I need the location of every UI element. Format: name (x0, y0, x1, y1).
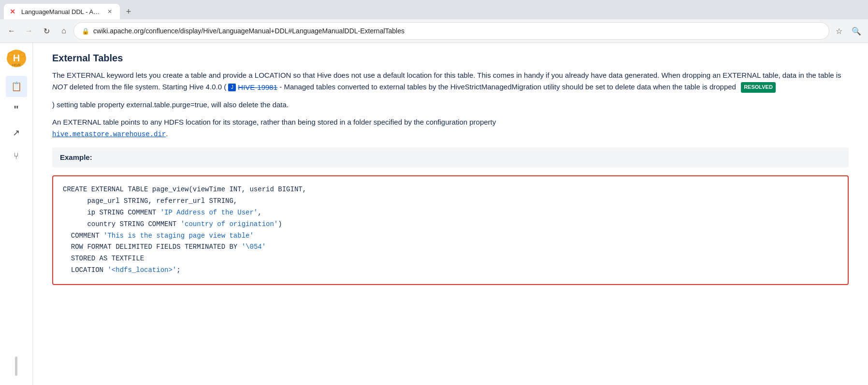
para1-start: The EXTERNAL keyword lets you create a t… (52, 71, 841, 79)
tab-bar: ✕ LanguageManual DDL - Apach ✕ + (0, 0, 868, 19)
example-label: Example: (60, 153, 92, 161)
quote-icon: " (14, 103, 18, 116)
code-line-3: ip STRING COMMENT 'IP Address of the Use… (63, 207, 838, 219)
warehouse-dir-link[interactable]: hive.metastore.warehouse.dir (52, 130, 166, 138)
nav-right-buttons: ☆ 🔍 (831, 23, 864, 39)
jira-link-container: J HIVE-19981 (228, 82, 277, 93)
paragraph-setting: ) setting table property external.table.… (52, 99, 849, 111)
para1-italic: NOT (52, 83, 68, 91)
back-button[interactable]: ← (4, 23, 19, 39)
tab-close-button[interactable]: ✕ (105, 7, 114, 16)
svg-text:HIVE: HIVE (12, 63, 21, 67)
bookmark-button[interactable]: ☆ (831, 23, 847, 39)
page-wrapper: H HIVE 📋 " ↗ ⑂ External Tables The EXTER… (0, 43, 868, 385)
hive-logo-svg: H HIVE (6, 48, 27, 69)
para2-start: An EXTERNAL table points to any HDFS loc… (52, 118, 496, 126)
code-line-2: page_url STRING, referrer_url STRING, (63, 196, 838, 207)
code-line-5: COMMENT 'This is the staging page view t… (63, 230, 838, 242)
sidebar-collapse-handle[interactable] (15, 356, 17, 376)
jira-link[interactable]: HIVE-19981 (238, 82, 277, 93)
sidebar-item-branches[interactable]: ⑂ (6, 145, 27, 167)
sidebar-item-external-link[interactable]: ↗ (6, 122, 27, 143)
external-link-icon: ↗ (13, 128, 20, 138)
nav-bar: ← → ↻ ⌂ 🔒 cwiki.apache.org/confluence/di… (0, 19, 868, 43)
code-line-1: CREATE EXTERNAL TABLE page_view(viewTime… (63, 184, 838, 196)
code-block: CREATE EXTERNAL TABLE page_view(viewTime… (52, 175, 849, 285)
forward-button[interactable]: → (21, 23, 37, 39)
example-box: Example: (52, 147, 849, 168)
code-line-7: STORED AS TEXTFILE (63, 253, 838, 265)
branches-icon: ⑂ (14, 151, 19, 161)
tab-favicon: ✕ (10, 8, 17, 15)
paragraph-hdfs: An EXTERNAL table points to any HDFS loc… (52, 116, 849, 140)
code-line-4: country STRING COMMENT 'country of origi… (63, 219, 838, 230)
sidebar-item-notes[interactable]: 📋 (6, 76, 27, 97)
home-button[interactable]: ⌂ (56, 23, 72, 39)
section-title: External Tables (52, 53, 849, 64)
sidebar-item-quote[interactable]: " (6, 99, 27, 120)
svg-point-2 (8, 52, 14, 57)
address-bar[interactable]: 🔒 cwiki.apache.org/confluence/display/Hi… (73, 22, 829, 40)
para2-end: . (166, 129, 168, 138)
code-line-8: LOCATION '<hdfs_location>'; (63, 265, 838, 276)
paragraph-external-keyword: The EXTERNAL keyword lets you create a t… (52, 70, 849, 93)
url-text: cwiki.apache.org/confluence/display/Hive… (93, 27, 821, 35)
content-area: External Tables The EXTERNAL keyword let… (33, 43, 868, 385)
para1-end: ) setting table property external.table.… (52, 100, 289, 109)
left-sidebar: H HIVE 📋 " ↗ ⑂ (0, 43, 33, 385)
search-button[interactable]: 🔍 (849, 23, 864, 39)
code-line-6: ROW FORMAT DELIMITED FIELDS TERMINATED B… (63, 242, 838, 253)
hive-logo: H HIVE (5, 47, 28, 70)
jira-text: - Managed tables converted to external t… (279, 83, 736, 91)
reload-button[interactable]: ↻ (39, 23, 54, 39)
jira-icon: J (228, 84, 236, 91)
browser-chrome: ✕ LanguageManual DDL - Apach ✕ + ← → ↻ ⌂… (0, 0, 868, 43)
tab-title: LanguageManual DDL - Apach (21, 8, 101, 15)
svg-point-3 (19, 52, 25, 57)
para1-rest: deleted from the file system. Starting H… (68, 83, 226, 91)
resolved-badge: RESOLVED (741, 82, 776, 93)
new-tab-button[interactable]: + (122, 5, 135, 18)
svg-text:H: H (13, 53, 19, 63)
notes-icon: 📋 (11, 81, 22, 92)
lock-icon: 🔒 (82, 28, 89, 35)
active-tab[interactable]: ✕ LanguageManual DDL - Apach ✕ (4, 4, 120, 19)
